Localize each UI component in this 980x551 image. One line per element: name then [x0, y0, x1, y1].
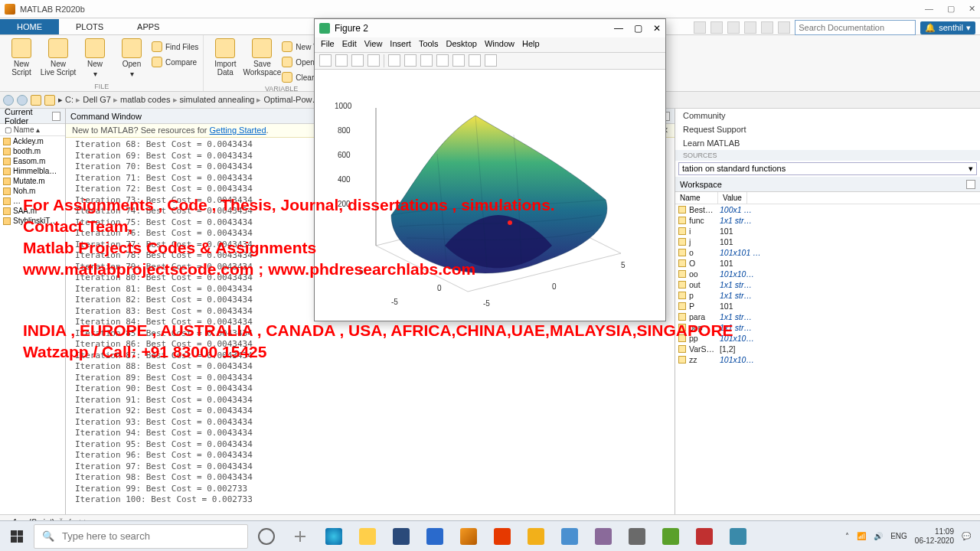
- tb-office[interactable]: [487, 524, 518, 549]
- figmenu-desktop[interactable]: Desktop: [446, 39, 477, 51]
- new-script-button[interactable]: New Script: [5, 38, 38, 78]
- fig-link-icon[interactable]: [469, 54, 481, 67]
- breadcrumb-item[interactable]: C:: [65, 95, 74, 104]
- workspace-variable[interactable]: Best…100x1 …: [675, 204, 980, 215]
- tray-notifications-icon[interactable]: 💬: [962, 532, 971, 540]
- panel-menu-icon[interactable]: [966, 180, 975, 189]
- file-item[interactable]: StyblinskiT…: [0, 216, 65, 226]
- taskbar-search[interactable]: 🔍Type here to search: [34, 524, 248, 549]
- minimize-button[interactable]: —: [925, 4, 933, 14]
- figure-window[interactable]: Figure 2 — ▢ ✕ FileEditViewInsertToolsDe…: [314, 18, 666, 321]
- tb-mail[interactable]: [420, 524, 450, 549]
- qat-paste-icon[interactable]: [727, 21, 740, 34]
- tab-apps[interactable]: APPS: [120, 19, 176, 34]
- tab-plots[interactable]: PLOTS: [59, 19, 120, 34]
- nav-back-icon[interactable]: [3, 95, 14, 106]
- workspace-variable[interactable]: para1x1 str…: [675, 311, 980, 322]
- fig-print-icon[interactable]: [368, 54, 380, 67]
- workspace-variable[interactable]: j101: [675, 236, 980, 247]
- tb-matlab[interactable]: [453, 524, 484, 549]
- tb-app3[interactable]: [588, 524, 619, 549]
- workspace-variable[interactable]: i101: [675, 226, 980, 236]
- cfolder-col-name[interactable]: ▢ Name ▴: [0, 124, 65, 136]
- nav-fwd-icon[interactable]: [17, 95, 28, 106]
- support-link[interactable]: Request Support: [675, 122, 980, 136]
- file-item[interactable]: Ackley.m: [0, 136, 65, 146]
- workspace-variable[interactable]: out1x1 str…: [675, 279, 980, 290]
- compare-button[interactable]: Compare: [152, 55, 198, 69]
- figmenu-file[interactable]: File: [321, 39, 335, 51]
- qat-undo-icon[interactable]: [744, 21, 756, 34]
- close-button[interactable]: ✕: [969, 4, 975, 14]
- ws-col-value[interactable]: Value: [718, 192, 747, 204]
- workspace-variable[interactable]: p1x1 str…: [675, 290, 980, 301]
- file-item[interactable]: Noh.m: [0, 186, 65, 196]
- tb-app5[interactable]: [655, 524, 686, 549]
- ws-col-name[interactable]: Name: [675, 192, 718, 204]
- breadcrumb-item[interactable]: simulated annealing: [180, 95, 255, 104]
- workspace-variable[interactable]: VarS…[1,2]: [675, 344, 980, 354]
- figmenu-insert[interactable]: Insert: [390, 39, 411, 51]
- tb-edge[interactable]: [318, 524, 349, 549]
- tb-app6[interactable]: [689, 524, 720, 549]
- open-button[interactable]: Open▾: [115, 38, 149, 78]
- workspace-variable[interactable]: O101: [675, 258, 980, 269]
- file-item[interactable]: …: [0, 196, 65, 206]
- fig-datacursor-icon[interactable]: [436, 54, 449, 67]
- fig-minimize-button[interactable]: —: [614, 23, 623, 34]
- figmenu-help[interactable]: Help: [522, 39, 540, 51]
- find-files-button[interactable]: Find Files: [152, 40, 198, 54]
- breadcrumb-item[interactable]: Dell G7: [83, 95, 111, 104]
- fig-save-icon[interactable]: [351, 54, 364, 67]
- fig-rotate-icon[interactable]: [420, 54, 433, 67]
- workspace-variable[interactable]: o101x101 …: [675, 247, 980, 258]
- tb-app4[interactable]: [622, 524, 652, 549]
- tb-store[interactable]: [386, 524, 416, 549]
- tb-app2[interactable]: [554, 524, 585, 549]
- user-menu[interactable]: 🔔 senthil ▾: [920, 21, 975, 34]
- fig-close-button[interactable]: ✕: [653, 23, 661, 34]
- workspace-variable[interactable]: pp101x10…: [675, 333, 980, 344]
- tray-volume-icon[interactable]: 🔊: [874, 532, 883, 540]
- fig-brush-icon[interactable]: [452, 54, 465, 67]
- import-data-button[interactable]: Import Data: [208, 38, 242, 84]
- tray-chevron-icon[interactable]: ˄: [845, 532, 849, 540]
- resources-combo[interactable]: tation on standard functions▾: [678, 162, 977, 175]
- search-doc-input[interactable]: [795, 20, 916, 35]
- figmenu-window[interactable]: Window: [485, 39, 514, 51]
- maximize-button[interactable]: ▢: [947, 4, 955, 14]
- qat-redo-icon[interactable]: [761, 21, 773, 34]
- tray-clock[interactable]: 11:09 06-12-2020: [915, 527, 954, 546]
- community-link[interactable]: Community: [675, 109, 980, 122]
- qat-copy-icon[interactable]: [710, 21, 723, 34]
- getting-started-link[interactable]: Getting Started: [210, 126, 266, 135]
- qat-help-icon[interactable]: [778, 21, 790, 34]
- fig-insert-icon[interactable]: [485, 54, 497, 67]
- fig-new-icon[interactable]: [319, 54, 332, 67]
- workspace-variable[interactable]: func1x1 str…: [675, 215, 980, 226]
- tb-explorer[interactable]: [352, 524, 383, 549]
- breadcrumb-item[interactable]: matlab codes: [120, 95, 170, 104]
- file-item[interactable]: Himmelbla…: [0, 166, 65, 176]
- fig-maximize-button[interactable]: ▢: [634, 23, 642, 34]
- file-item[interactable]: Mutate.m: [0, 176, 65, 186]
- figmenu-edit[interactable]: Edit: [342, 39, 357, 51]
- tb-app7[interactable]: [723, 524, 753, 549]
- figmenu-tools[interactable]: Tools: [419, 39, 439, 51]
- figure-axes[interactable]: 1000 800 600 400 200 -5 0 5 -5 0 5: [315, 70, 665, 321]
- breadcrumb-item[interactable]: Optimal-Pow…: [264, 95, 321, 104]
- tray-wifi-icon[interactable]: 📶: [857, 532, 866, 540]
- system-tray[interactable]: ˄ 📶 🔊 ENG 11:09 06-12-2020 💬: [845, 527, 977, 546]
- cortana-button[interactable]: [251, 524, 282, 549]
- new-button[interactable]: New▾: [78, 38, 112, 78]
- file-item[interactable]: Easom.m: [0, 156, 65, 166]
- file-item[interactable]: booth.m: [0, 146, 65, 156]
- new-livescript-button[interactable]: New Live Script: [41, 38, 75, 78]
- fig-pan-icon[interactable]: [404, 54, 416, 67]
- figure-titlebar[interactable]: Figure 2 — ▢ ✕: [315, 19, 665, 37]
- qat-cut-icon[interactable]: [694, 21, 706, 34]
- tray-lang[interactable]: ENG: [890, 532, 907, 540]
- workspace-variable[interactable]: zz101x10…: [675, 354, 980, 365]
- learn-link[interactable]: Learn MATLAB: [675, 136, 980, 150]
- tb-app1[interactable]: [521, 524, 551, 549]
